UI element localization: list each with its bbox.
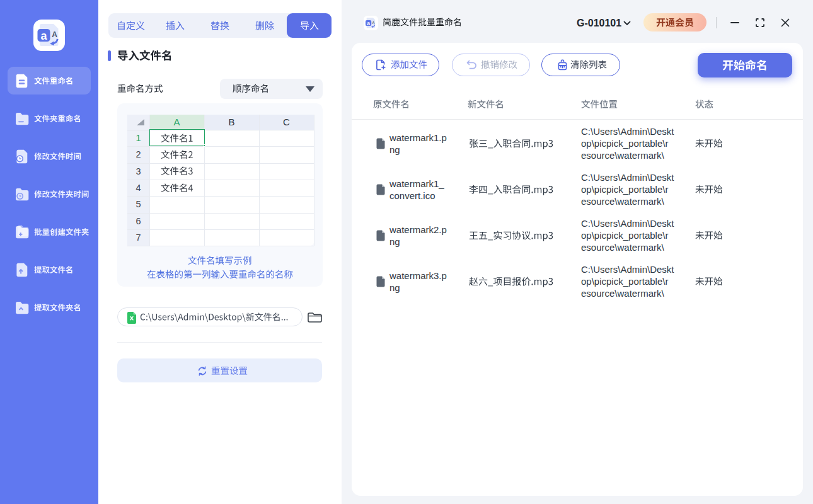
svg-text:a: a xyxy=(367,20,370,26)
svg-text:a: a xyxy=(41,30,48,42)
svg-text:A: A xyxy=(372,21,375,25)
svg-text:A: A xyxy=(52,30,57,39)
